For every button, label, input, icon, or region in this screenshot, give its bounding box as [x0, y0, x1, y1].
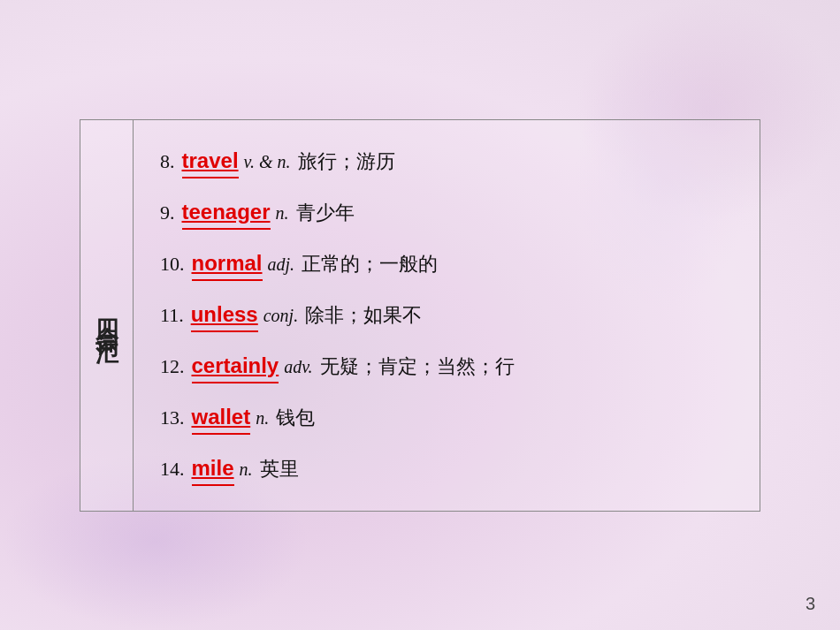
content-box: 四会词汇 8.travel v. & n.旅行；游历9.teenager n.青…	[80, 119, 760, 512]
vocab-num: 11.	[160, 300, 184, 330]
vocab-word: wallet	[192, 401, 251, 435]
vocab-word: travel	[182, 145, 239, 178]
vocab-num: 9.	[160, 198, 175, 227]
vocab-item: 11.unless conj.除非；如果不	[160, 290, 733, 341]
vocab-item: 13.wallet n.钱包	[160, 392, 733, 444]
vocab-pos: n.	[256, 405, 269, 431]
vocab-pos: adj.	[268, 251, 295, 277]
vocab-word: normal	[192, 247, 263, 281]
vocab-definition: 除非；如果不	[305, 300, 422, 330]
vocab-pos: adv.	[284, 353, 312, 380]
section-label: 四会词汇	[80, 120, 134, 511]
vocab-definition: 青少年	[296, 198, 355, 227]
vocab-num: 8.	[160, 147, 175, 176]
vocab-item: 14.mile n.英里	[160, 444, 733, 495]
vocab-list: 8.travel v. & n.旅行；游历9.teenager n.青少年10.…	[134, 120, 760, 511]
vocab-pos: conj.	[263, 302, 298, 329]
vocab-definition: 正常的；一般的	[302, 249, 438, 278]
vocab-pos: v. & n.	[244, 148, 291, 175]
vocab-num: 13.	[160, 403, 185, 432]
slide-container: 四会词汇 8.travel v. & n.旅行；游历9.teenager n.青…	[0, 0, 840, 630]
vocab-num: 14.	[160, 454, 185, 483]
vocab-pos: n.	[240, 456, 253, 482]
vocab-word: certainly	[192, 350, 279, 383]
vocab-num: 12.	[160, 352, 185, 381]
vocab-item: 9.teenager n.青少年	[160, 187, 733, 239]
vocab-word: mile	[192, 452, 234, 486]
vocab-item: 12.certainly adv.无疑；肯定；当然；行	[160, 341, 733, 392]
vocab-item: 8.travel v. & n.旅行；游历	[160, 136, 733, 187]
vocab-word: teenager	[182, 196, 271, 230]
vocab-item: 10.normal adj.正常的；一般的	[160, 239, 733, 290]
page-number: 3	[806, 594, 815, 614]
vocab-definition: 无疑；肯定；当然；行	[320, 352, 515, 381]
vocab-pos: n.	[276, 200, 289, 226]
vocab-word: unless	[191, 299, 258, 332]
vocab-definition: 旅行；游历	[298, 147, 395, 176]
vocab-num: 10.	[160, 249, 185, 278]
vocab-definition: 钱包	[276, 403, 315, 432]
vocab-definition: 英里	[260, 454, 299, 483]
